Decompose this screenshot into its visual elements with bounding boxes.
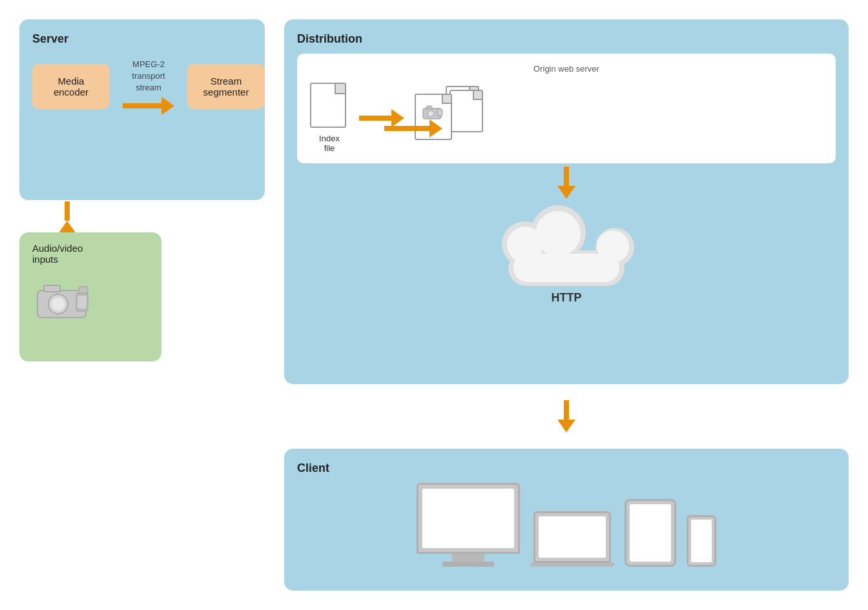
svg-point-2 [52,298,65,310]
media-encoder-box: Media encoder [32,64,110,109]
left-column: Server Media encoder MPEG-2 transport st… [19,19,265,591]
media-encoder-label: Media encoder [54,76,88,97]
origin-to-cloud-arrow [297,163,836,202]
av-to-encoder-arrow [58,201,76,234]
server-box: Server Media encoder MPEG-2 transport st… [19,19,265,200]
right-column: Distribution Origin web server Index fil… [284,19,849,591]
svg-rect-5 [78,296,87,309]
distribution-title: Distribution [297,32,836,46]
laptop-device [530,511,614,567]
cloud-to-client-arrow [284,397,849,436]
svg-point-9 [429,112,433,116]
distribution-box: Distribution Origin web server Index fil… [284,19,849,384]
origin-title: Origin web server [310,64,823,74]
monitor-screen [417,483,520,554]
server-inner: Media encoder MPEG-2 transport stream St… [32,59,252,115]
devices-row [297,483,836,567]
stream-segmenter-label: Stream segmenter [203,76,249,97]
client-box: Client [284,449,849,591]
stream-segmenter-box: Stream segmenter [187,64,265,109]
server-to-dist-arrow [384,119,442,137]
camera-icon [32,278,97,323]
origin-inner: Index file [310,83,823,153]
phone-device [687,515,716,567]
client-title: Client [297,462,836,475]
ts-file-camera [422,103,445,121]
index-file-label: Index file [319,134,340,153]
server-title: Server [32,32,252,46]
svg-rect-11 [438,110,442,115]
monitor-device [417,483,520,567]
index-file-group: Index file [310,83,349,153]
svg-rect-3 [44,285,60,292]
diagram-container: Server Media encoder MPEG-2 transport st… [0,0,868,610]
svg-rect-12 [426,106,432,109]
av-label: Audio/video inputs [32,243,83,265]
tablet-device [625,499,676,567]
cloud-container: HTTP [297,202,836,311]
ts-files-group: .ts [415,86,486,150]
origin-box: Origin web server Index file [297,54,836,163]
index-file-icon [310,83,349,131]
svg-rect-6 [79,287,88,293]
mpeg-label: MPEG-2 transport stream [132,59,165,94]
cloud-shape [495,208,637,286]
http-label: HTTP [552,291,582,305]
av-box: Audio/video inputs [19,232,161,361]
